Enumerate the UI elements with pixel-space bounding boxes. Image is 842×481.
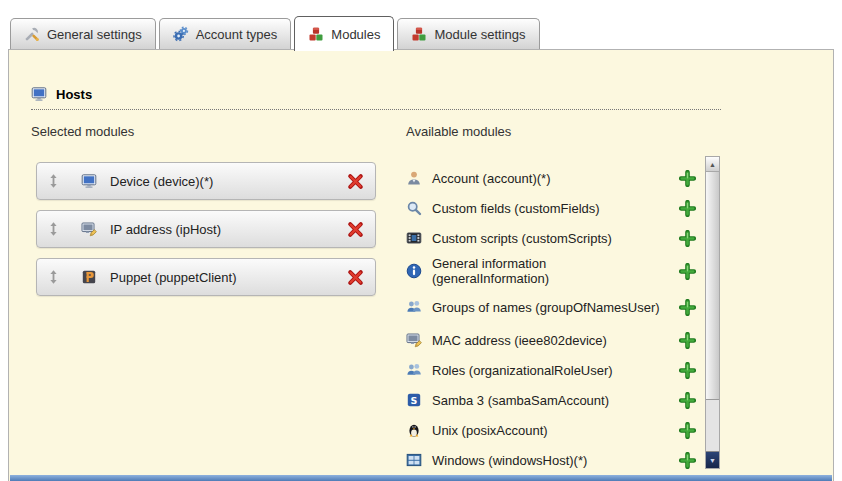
tab-label: Modules	[331, 27, 380, 42]
available-module-row: Groups of names (groupOfNamesUser)	[406, 289, 696, 325]
available-module-label: Samba 3 (sambaSamAccount)	[432, 393, 609, 408]
tab-bar: General settings Account types Modules M…	[10, 16, 540, 51]
available-module-label: MAC address (ieee802device)	[432, 333, 607, 348]
groups-icon	[406, 299, 422, 315]
remove-module-button[interactable]	[347, 221, 364, 238]
account-icon	[406, 170, 422, 186]
add-module-button[interactable]	[679, 230, 696, 247]
custom-fields-icon	[406, 200, 422, 216]
available-module-row: General information (generalInformation)	[406, 253, 696, 289]
selected-module-label: Puppet (puppetClient)	[110, 270, 236, 285]
add-module-button[interactable]	[679, 263, 696, 280]
available-module-label: General information (generalInformation)	[432, 256, 660, 286]
scrollbar-thumb[interactable]	[706, 172, 719, 400]
available-module-row: Roles (organizationalRoleUser)	[406, 355, 696, 385]
available-module-row: Custom scripts (customScripts)	[406, 223, 696, 253]
gears-icon	[173, 26, 189, 42]
info-icon	[406, 263, 422, 279]
remove-module-button[interactable]	[347, 173, 364, 190]
available-modules-heading: Available modules	[406, 124, 511, 139]
drag-handle-icon[interactable]	[48, 173, 59, 189]
add-module-button[interactable]	[679, 392, 696, 409]
modules-icon	[308, 26, 324, 42]
windows-icon	[406, 452, 422, 468]
selected-module-row: IP address (ipHost)	[36, 210, 376, 248]
add-module-button[interactable]	[679, 200, 696, 217]
ip-address-icon	[81, 221, 97, 237]
custom-scripts-icon	[406, 230, 422, 246]
add-module-button[interactable]	[679, 452, 696, 469]
device-icon	[81, 173, 97, 189]
available-module-row: Custom fields (customFields)	[406, 193, 696, 223]
add-module-button[interactable]	[679, 299, 696, 316]
section-title: Hosts	[56, 87, 92, 102]
tab-label: Account types	[196, 27, 278, 42]
tab-label: Module settings	[434, 27, 525, 42]
selected-module-label: Device (device)(*)	[110, 174, 213, 189]
available-module-label: Account (account)(*)	[432, 171, 551, 186]
tab-general-settings[interactable]: General settings	[10, 18, 156, 49]
scrollbar-up-button[interactable]: ▲	[706, 157, 719, 172]
available-module-row: Account (account)(*)	[406, 163, 696, 193]
drag-handle-icon[interactable]	[48, 221, 59, 237]
tab-label: General settings	[47, 27, 142, 42]
available-module-label: Groups of names (groupOfNamesUser)	[432, 300, 660, 315]
tab-module-settings[interactable]: Module settings	[397, 18, 539, 49]
scrollbar-down-button[interactable]: ▼	[706, 451, 719, 468]
selected-modules-list: Device (device)(*)IP address (ipHost)Pup…	[36, 162, 376, 296]
tab-account-types[interactable]: Account types	[159, 18, 292, 49]
available-module-label: Unix (posixAccount)	[432, 423, 548, 438]
svg-text:S: S	[411, 395, 418, 406]
remove-module-button[interactable]	[347, 269, 364, 286]
add-module-button[interactable]	[679, 422, 696, 439]
samba-icon: S	[406, 392, 422, 408]
add-module-button[interactable]	[679, 170, 696, 187]
available-module-label: Windows (windowsHost)(*)	[432, 453, 587, 468]
section-header: Hosts	[31, 86, 721, 110]
drag-handle-icon[interactable]	[48, 269, 59, 285]
available-module-label: Roles (organizationalRoleUser)	[432, 363, 613, 378]
tools-icon	[24, 26, 40, 42]
lam-configuration-page: General settings Account types Modules M…	[0, 0, 842, 481]
add-module-button[interactable]	[679, 332, 696, 349]
puppet-icon	[81, 269, 97, 285]
hosts-icon	[31, 86, 47, 102]
bottom-button-bar	[10, 475, 832, 481]
selected-module-row: Device (device)(*)	[36, 162, 376, 200]
available-module-row: Unix (posixAccount)	[406, 415, 696, 445]
available-modules-scrollbar[interactable]: ▲ ▼	[705, 156, 720, 469]
available-module-label: Custom scripts (customScripts)	[432, 231, 612, 246]
unix-icon	[406, 422, 422, 438]
available-module-row: MAC address (ieee802device)	[406, 325, 696, 355]
available-module-row: Windows (windowsHost)(*)	[406, 445, 696, 475]
selected-module-label: IP address (ipHost)	[110, 222, 221, 237]
selected-modules-heading: Selected modules	[31, 124, 134, 139]
scrollbar-track[interactable]	[706, 400, 719, 452]
available-modules-list: Account (account)(*)Custom fields (custo…	[406, 163, 696, 475]
mac-address-icon	[406, 332, 422, 348]
add-module-button[interactable]	[679, 362, 696, 379]
selected-module-row: Puppet (puppetClient)	[36, 258, 376, 296]
content-panel: Hosts Selected modules Available modules…	[8, 49, 834, 481]
roles-icon	[406, 362, 422, 378]
tab-modules[interactable]: Modules	[294, 16, 394, 51]
module-settings-icon	[411, 26, 427, 42]
available-module-row: SSamba 3 (sambaSamAccount)	[406, 385, 696, 415]
available-module-label: Custom fields (customFields)	[432, 201, 600, 216]
